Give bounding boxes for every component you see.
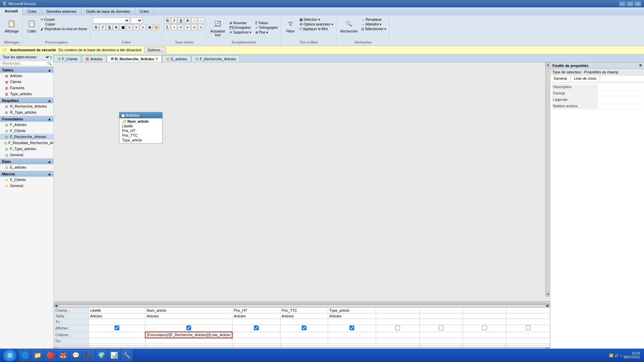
grid-input-champ[interactable] [282,308,327,312]
btn-coller[interactable]: 📋 Coller [25,17,39,34]
btn-appliquer-filtre[interactable]: ▽ Appliquer le filtre [299,27,334,31]
section-etats-header[interactable]: États ▲ [0,159,53,164]
grid-input-table[interactable] [464,314,505,318]
grid-cell-afficher-2[interactable] [145,325,232,332]
grid-cell-ou-4[interactable] [280,338,328,344]
grid-checkbox-afficher[interactable] [329,325,374,330]
btn-supprimer[interactable]: ✕ Supprimer ▾ [228,30,252,35]
btn-selectionner[interactable]: ⊡ Sélectionner ▾ [360,27,387,31]
align-center-btn[interactable]: ≡ [133,24,139,30]
tab-articles[interactable]: ▦ Articles [82,55,106,62]
tab-f-clients[interactable]: ▤ F_Clients [54,55,81,62]
grid-cell-afficher-7[interactable] [419,325,463,332]
grid-cell-table-7[interactable] [419,313,463,319]
underline-btn[interactable]: S [106,24,112,30]
grid-cell-champ-prixht[interactable] [232,308,280,313]
minimize-btn[interactable]: ─ [619,1,626,6]
taskbar-globe-icon[interactable]: 🌍 [95,349,107,361]
align-left-btn[interactable]: ≡ [126,24,132,30]
html-bold-btn[interactable]: G [164,17,170,23]
nav-item-m-f-clients[interactable]: F_Clients [0,177,53,183]
grid-input-tri[interactable] [234,320,279,324]
grid-input-criteres[interactable] [90,333,144,337]
grid-checkbox-afficher[interactable] [147,325,230,330]
grid-cell-table-1[interactable] [89,313,145,319]
list-bullet-btn[interactable]: • [171,24,177,30]
nav-item-f-resultats[interactable]: F_Resultats_Recherche_Articles [0,140,53,146]
font-size-select[interactable] [130,17,143,23]
grid-input-criteres-main[interactable] [147,333,230,337]
indent-less-btn[interactable]: ← [198,17,204,23]
grid-cell-table-3[interactable] [232,313,280,319]
html-italic-btn[interactable]: I [171,17,177,23]
grid-cell-tri-6[interactable] [376,319,420,325]
align2-right-btn[interactable]: ≡ [191,24,197,30]
grid-cell-tri-5[interactable] [328,319,376,325]
grid-input-criteres[interactable] [329,333,374,337]
resize-bar[interactable] [54,301,550,304]
nav-item-articles[interactable]: Articles [0,73,53,79]
tab-donnees-externes[interactable]: Données externes [42,7,82,15]
btn-filtrer[interactable]: ▽ Filtrer [284,17,297,34]
grid-cell-tri-4[interactable] [280,319,328,325]
grid-cell-tri-7[interactable] [419,319,463,325]
grid-cell-ou-9[interactable] [506,338,550,344]
nav-item-f-recherche-articles[interactable]: F_Recherche_Articles [0,134,53,140]
grid-checkbox-afficher[interactable] [421,325,462,330]
btn-plus[interactable]: ⊕ Plus ▾ [254,30,279,35]
tab-e-articles[interactable]: ▥ E_articles [162,55,191,62]
taskbar-tool-icon[interactable]: 🔧 [121,349,133,361]
section-formulaires-header[interactable]: Formulaires ▲ [0,116,53,122]
scroll-h-top[interactable]: ◀ ▶ [54,305,550,307]
btn-actualiser[interactable]: 🔄 Actualisertout [209,17,226,38]
grid-cell-criteres-9[interactable] [506,332,550,338]
btn-totaux[interactable]: Σ Totaux [254,21,279,25]
grid-cell-ou-2[interactable] [145,338,232,344]
grid-cell-tri-8[interactable] [463,319,506,325]
field-prix-ht[interactable]: Prix_HT [119,128,162,133]
grid-input-champ[interactable] [234,308,279,312]
align-right-btn[interactable]: ≡ [140,24,146,30]
nav-item-r-type-articles[interactable]: R_Type_articles [0,109,53,115]
grid-input-champ[interactable] [421,308,462,312]
grid-cell-afficher-8[interactable] [463,325,506,332]
grid-cell-tri-2[interactable] [145,319,232,325]
maximize-btn[interactable]: □ [627,1,634,6]
bg-color-btn[interactable]: ▦ [120,24,126,30]
align2-center-btn[interactable]: ≡ [184,24,191,30]
grid-cell-criteres-5[interactable] [328,332,376,338]
grid-cell-table-5[interactable] [328,313,376,319]
nav-item-type-articles[interactable]: Type_articles [0,91,53,97]
grid-cell-champ-prixttc[interactable] [280,308,328,313]
props-tab-liste-choix[interactable]: Liste de choix [571,75,600,82]
indent-more-btn[interactable]: → [191,17,197,23]
grid-cell-afficher-5[interactable] [328,325,376,332]
btn-affichage[interactable]: 📋 Affichage [3,17,20,34]
props-input-description[interactable] [599,85,641,89]
btn-nouveau[interactable]: ⊕ Nouveau [228,21,252,25]
grid-cell-afficher-6[interactable] [376,325,420,332]
grid-input-tri[interactable] [90,320,144,324]
grid-input-criteres[interactable] [234,333,278,337]
grid-cell-criteres-3[interactable] [232,332,280,338]
grid-input-champ[interactable] [90,308,144,312]
grid-cell-criteres-7[interactable] [419,332,463,338]
grid-cell-champ-8[interactable] [463,308,506,313]
scroll-v[interactable]: ▲ ▼ [545,62,550,297]
tab-creer[interactable]: Créer [23,7,42,15]
section-macros-header[interactable]: Macros ▲ [0,171,53,177]
props-close-btn[interactable]: ✕ [639,63,642,68]
grid-cell-champ-7[interactable] [419,308,463,313]
props-value-format[interactable] [597,90,643,96]
nav-scope-select[interactable]: Tous les objets Access [1,55,50,59]
grid-cell-table-4[interactable] [280,313,328,319]
grid-input-tri[interactable] [147,320,230,324]
start-button[interactable]: ⊞ [1,349,18,361]
grid-cell-tri-3[interactable] [232,319,280,325]
taskbar-firefox-icon[interactable]: 🦊 [57,349,69,361]
grid-checkbox-afficher[interactable] [282,325,327,330]
nav-search-icon[interactable]: 🔍 [47,61,52,66]
font-color-btn[interactable]: A [113,24,119,30]
grid-checkbox-afficher[interactable] [377,325,418,330]
nav-item-f-clients[interactable]: F_Clients [0,128,53,134]
